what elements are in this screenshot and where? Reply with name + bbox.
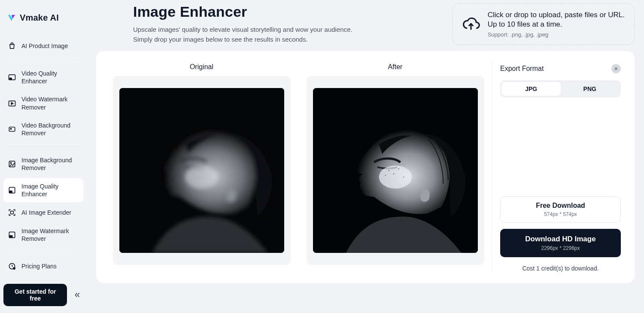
svg-point-19 (393, 173, 394, 174)
dropzone-line-1: Click or drop to upload, paste files or … (488, 11, 625, 19)
nav-label: Video Watermark Remover (21, 95, 79, 111)
format-jpg[interactable]: JPG (502, 82, 561, 96)
hd-download-size: 2296px * 2296px (506, 245, 615, 251)
main: Image Enhancer Upscale images' quality t… (87, 0, 644, 313)
nav-ai-image-extender[interactable]: AI Image Extender (3, 204, 83, 221)
format-png[interactable]: PNG (561, 82, 620, 96)
svg-point-13 (13, 267, 15, 269)
image-original (119, 88, 284, 253)
video-play-icon (8, 99, 16, 108)
svg-point-22 (403, 176, 404, 178)
nav-label: Video Background Remover (21, 122, 79, 137)
pricing-icon (8, 262, 16, 270)
compare-after: After (304, 63, 487, 268)
export-cost: Cost 1 credit(s) to download. (500, 265, 621, 272)
topbar: Image Enhancer Upscale images' quality t… (96, 3, 635, 45)
svg-point-20 (398, 168, 399, 170)
svg-rect-9 (11, 211, 14, 214)
compare-original-title: Original (190, 63, 213, 71)
nav-label: Image Quality Enhancer (21, 182, 79, 198)
svg-point-17 (379, 165, 412, 188)
page-title: Image Enhancer (133, 3, 352, 20)
nav-video-background-remover[interactable]: Video Background Remover (3, 117, 83, 141)
divider (6, 146, 81, 147)
nav-label: Image Background Remover (21, 156, 79, 172)
svg-point-6 (10, 163, 12, 164)
dropzone-line-3: Support: .png, .jpg, .jpeg (488, 31, 625, 38)
dropzone-text: Click or drop to upload, paste files or … (488, 11, 625, 38)
export-title: Export Format (500, 65, 544, 73)
content-card: Original (96, 51, 635, 283)
nav-label: Pricing Plans (21, 262, 57, 270)
image-after (313, 88, 478, 253)
svg-rect-8 (9, 191, 12, 192)
nav-pricing-plans[interactable]: Pricing Plans (3, 258, 83, 275)
svg-rect-1 (9, 78, 12, 79)
free-download-button[interactable]: Free Download 574px * 574px (500, 196, 621, 223)
hd-download-button[interactable]: Download HD Image 2296px * 2296px (500, 229, 621, 257)
divider (6, 60, 81, 60)
free-download-size: 574px * 574px (507, 211, 614, 217)
image-expand-icon (8, 208, 16, 217)
svg-point-21 (385, 175, 386, 176)
nav-image-background-remover[interactable]: Image Background Remover (3, 152, 83, 176)
sidebar: Vmake AI AI Product Image Video Quality … (0, 0, 87, 313)
video-hd-icon (8, 73, 16, 82)
svg-rect-3 (9, 127, 15, 131)
nav-ai-product-image[interactable]: AI Product Image (3, 37, 83, 55)
image-original-frame[interactable] (113, 76, 291, 265)
nav: AI Product Image Video Quality Enhancer … (3, 37, 83, 275)
svg-point-18 (388, 170, 389, 171)
nav-image-quality-enhancer[interactable]: Image Quality Enhancer (3, 178, 83, 202)
svg-rect-11 (9, 236, 12, 237)
compare-grid: Original (106, 61, 491, 273)
upload-dropzone[interactable]: Click or drop to upload, paste files or … (452, 3, 635, 45)
nav-label: Video Quality Enhancer (21, 70, 79, 85)
bag-icon (8, 42, 16, 50)
image-crop-icon (8, 160, 16, 168)
nav-label: AI Image Extender (21, 209, 71, 216)
svg-point-15 (185, 165, 218, 188)
free-download-label: Free Download (507, 202, 614, 210)
image-hd-icon (8, 186, 16, 194)
nav-label: AI Product Image (21, 42, 68, 50)
image-after-frame[interactable] (307, 76, 484, 265)
svg-point-4 (10, 128, 12, 130)
compare-original: Original (110, 63, 293, 268)
nav-label: Image Watermark Remover (21, 227, 79, 243)
brand[interactable]: Vmake AI (3, 13, 83, 23)
nav-video-quality-enhancer[interactable]: Video Quality Enhancer (3, 65, 83, 89)
format-segmented-control: JPG PNG (500, 80, 621, 97)
compare-after-title: After (388, 63, 403, 71)
close-icon[interactable] (611, 64, 621, 73)
sidebar-collapse-button[interactable] (71, 289, 83, 301)
brand-name: Vmake AI (20, 13, 59, 23)
export-panel: Export Format JPG PNG Free Download 574p… (491, 61, 625, 273)
page-subtitle: Upscale images' quality to elevate visua… (133, 24, 352, 45)
nav-image-watermark-remover[interactable]: Image Watermark Remover (3, 223, 83, 247)
image-mark-icon (8, 231, 16, 239)
hd-download-label: Download HD Image (506, 235, 615, 243)
get-started-button[interactable]: Get started for free (3, 284, 67, 306)
nav-video-watermark-remover[interactable]: Video Watermark Remover (3, 91, 83, 115)
divider (6, 252, 81, 252)
video-crop-icon (8, 125, 16, 134)
heading: Image Enhancer Upscale images' quality t… (133, 3, 352, 45)
brand-logo-icon (7, 13, 16, 23)
cloud-upload-icon (462, 15, 480, 33)
dropzone-line-2: Up to 10 files at a time. (488, 20, 625, 29)
